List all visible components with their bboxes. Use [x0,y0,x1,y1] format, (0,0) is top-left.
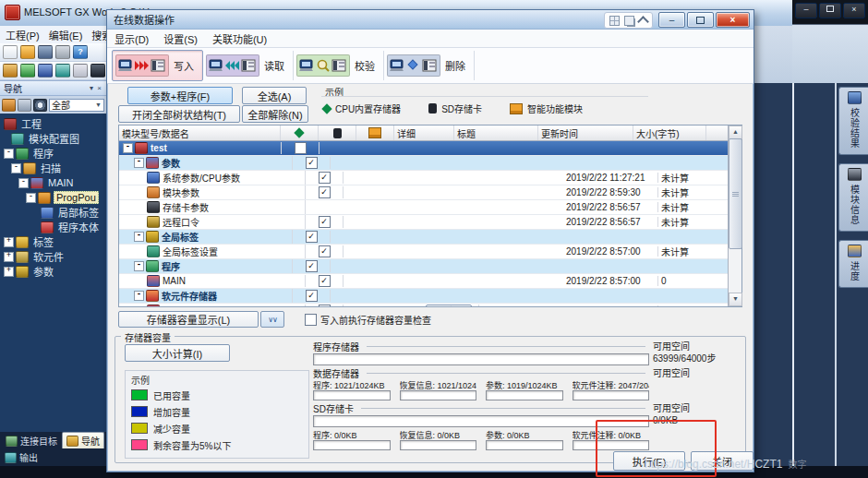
mode-tab-write[interactable]: 写入 [112,50,203,81]
minimize-icon[interactable]: – [658,12,685,28]
cpu-checkbox-cell[interactable]: ✓ [306,186,344,198]
table-row[interactable]: -test [119,141,728,156]
deselect-all-button[interactable]: 全部解除(N) [242,105,308,123]
col-header-sd-card[interactable] [319,125,356,140]
nav-filter-select[interactable]: 全部 ▼ [49,99,104,112]
sidebar-item-标签[interactable]: +标签 [0,234,106,249]
row-checkbox[interactable]: ✓ [319,245,331,257]
toolbar-icon[interactable] [38,64,53,78]
main-menu-item[interactable]: 搜索/替换 [91,28,106,43]
precheck-checkbox[interactable] [305,314,317,326]
precheck-option[interactable]: 写入前执行存储器容量检查 [305,313,431,327]
output-tab[interactable]: 输出 [0,448,106,466]
row-checkbox[interactable]: ✓ [319,275,331,287]
row-checkbox[interactable]: ✓ [306,157,318,169]
restore-icon[interactable] [819,3,841,18]
col-header-intelligent-module[interactable] [356,125,394,140]
save-icon[interactable] [38,45,53,59]
sidebar-item-参数[interactable]: +参数 [0,264,106,279]
sidebar-item-扫描[interactable]: -扫描 [0,161,106,175]
scroll-down-icon[interactable]: ▼ [729,293,742,306]
table-row[interactable]: 系统参数/CPU参数✓2019/2/22 11:27:21未计算 [119,171,728,185]
main-menu-item[interactable]: 工程(P) [6,28,40,43]
toolbar-icon[interactable] [73,64,88,78]
tree-expand-icon[interactable]: + [4,237,14,247]
sidebar-item-MAIN[interactable]: -MAIN [0,175,106,190]
table-row[interactable]: 远程口令✓2019/2/22 8:56:57未计算 [119,215,728,230]
table-row[interactable]: 存储卡参数2019/2/22 8:56:57未计算 [119,200,728,215]
cpu-checkbox-cell[interactable] [282,142,319,154]
col-header-title[interactable]: 标题 [454,125,538,140]
col-header-updated[interactable]: 更新时间 [538,125,633,140]
cpu-checkbox-cell[interactable]: ✓ [306,275,344,287]
col-header-detail[interactable]: 详细 [394,125,454,140]
cpu-checkbox-cell[interactable]: ✓ [306,216,344,228]
table-row[interactable]: -全局标签✓ [119,230,728,245]
sidebar-item-模块配置图[interactable]: 模块配置图 [0,131,106,146]
help-icon[interactable]: ? [73,45,88,59]
sidebar-item-ProgPou[interactable]: -ProgPou [0,190,106,205]
close-icon[interactable]: × [716,12,750,28]
tree-collapse-icon[interactable]: - [26,193,36,203]
maximize-icon[interactable] [687,12,714,28]
table-row[interactable]: -程序✓ [119,259,728,274]
row-checkbox[interactable]: ✓ [319,172,331,184]
docked-tab-模块信息[interactable]: 模块信息 [838,163,868,232]
tree-collapse-icon[interactable]: - [18,178,29,188]
tree-expand-icon[interactable]: + [4,267,14,277]
row-checkbox[interactable]: ✓ [319,216,331,228]
sidebar-item-工程[interactable]: 工程 [0,116,106,131]
print-icon[interactable] [55,45,70,59]
cpu-checkbox-cell[interactable]: ✓ [306,245,344,257]
row-checkbox[interactable]: ✓ [319,305,331,306]
open-project-icon[interactable] [20,45,35,59]
gear-icon[interactable] [33,99,47,112]
tree-expand-icon[interactable]: - [123,143,133,153]
layout-grid-icon[interactable] [609,16,620,26]
main-menu-item[interactable]: 编辑(E) [49,28,83,43]
tree-collapse-icon[interactable]: - [4,149,14,159]
mode-tab-verify[interactable]: 校验 [294,51,384,80]
table-scrollbar[interactable]: ▲ ▼ [728,125,741,306]
toolbar-icon[interactable] [20,64,35,78]
docked-tab-进度[interactable]: 进度 [838,240,868,288]
table-row[interactable]: MAIN✓详细2019/2/22 8:57:00- [119,304,728,306]
tree-expand-icon[interactable] [18,99,31,112]
toolbar-icon[interactable] [3,64,18,78]
row-checkbox[interactable] [295,142,307,154]
tree-expand-icon[interactable]: - [134,232,144,242]
tree-expand-icon[interactable]: + [4,252,14,262]
dialog-menu-item[interactable]: 显示(D) [115,31,149,47]
sidebar-item-软元件[interactable]: +软元件 [0,249,106,264]
table-row[interactable]: -参数✓ [119,156,728,171]
new-project-icon[interactable] [3,45,18,59]
open-close-tree-button[interactable]: 开闭全部树状结构(T) [118,105,240,123]
minimize-icon[interactable]: – [795,3,817,18]
table-row[interactable]: -软元件存储器✓ [119,289,728,304]
cpu-checkbox-cell[interactable]: ✓ [293,231,331,243]
memory-capacity-display-button[interactable]: 存储器容量显示(L) [118,311,259,328]
size-calculation-button[interactable]: 大小计算(I) [125,344,230,362]
mode-tab-read[interactable]: 读取 [203,51,294,80]
tree-expand-icon[interactable]: - [134,261,144,271]
tree-collapse-icon[interactable] [2,99,16,112]
cpu-checkbox-cell[interactable]: ✓ [293,260,331,272]
tree-collapse-icon[interactable]: - [11,163,21,173]
toolbar-icon[interactable] [55,64,70,78]
col-header-name[interactable]: 模块型号/数据名 [119,125,281,140]
mode-tab-delete[interactable]: 删除 [384,51,475,80]
binoculars-icon[interactable] [90,64,105,78]
tree-expand-icon[interactable]: - [134,291,144,301]
param-program-button[interactable]: 参数+程序(F) [127,87,233,104]
close-icon[interactable]: × [843,3,865,18]
row-checkbox[interactable]: ✓ [319,186,331,198]
sidebar-item-局部标签[interactable]: 局部标签 [0,205,106,220]
row-checkbox[interactable]: ✓ [306,231,318,243]
table-row[interactable]: MAIN✓2019/2/22 8:57:000 [119,274,728,289]
table-row[interactable]: 模块参数✓2019/2/22 8:59:30未计算 [119,185,728,200]
table-row[interactable]: 全局标签设置✓2019/2/22 8:57:00未计算 [119,245,728,259]
sidebar-item-程序[interactable]: -程序 [0,146,106,161]
bottom-tab-连接目标[interactable]: 连接目标 [2,433,61,448]
row-checkbox[interactable]: ✓ [306,260,318,272]
row-checkbox[interactable]: ✓ [306,290,318,302]
